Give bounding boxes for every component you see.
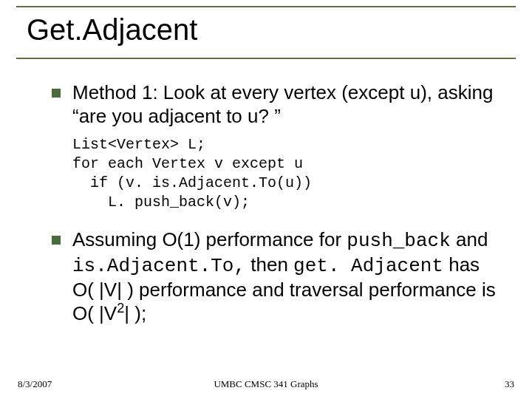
b2-code2: is.Adjacent.To,	[72, 255, 245, 277]
footer-center: UMBC CMSC 341 Graphs	[0, 378, 532, 390]
code-line-1: List<Vertex> L;	[72, 136, 205, 153]
code-line-2: for each Vertex v except u	[72, 155, 303, 172]
b2-mid1: and	[451, 228, 488, 250]
bullet-1: Method 1: Look at every vertex (except u…	[52, 81, 502, 128]
bullet-square-icon	[52, 89, 61, 98]
slide-title: Get.Adjacent	[27, 13, 197, 47]
bullet-1-text: Method 1: Look at every vertex (except u…	[72, 81, 502, 128]
code-line-4: L. push_back(v);	[72, 194, 250, 211]
bullet-square-icon	[52, 236, 61, 245]
slide: Get.Adjacent Method 1: Look at every ver…	[0, 0, 532, 399]
b2-after: | );	[124, 302, 146, 324]
b2-code1: push_back	[347, 230, 450, 252]
bullet-2: Assuming O(1) performance for push_back …	[52, 228, 502, 325]
slide-body: Method 1: Look at every vertex (except u…	[52, 81, 502, 332]
b2-part1: Assuming O(1) performance for	[72, 228, 347, 250]
code-line-3: if (v. is.Adjacent.To(u))	[72, 174, 312, 191]
title-underline	[16, 58, 516, 59]
b2-code3: get. Adjacent	[293, 255, 443, 277]
code-block: List<Vertex> L; for each Vertex v except…	[72, 135, 502, 212]
top-rule	[16, 6, 516, 7]
footer-page-number: 33	[505, 378, 514, 390]
bullet-2-text: Assuming O(1) performance for push_back …	[72, 228, 502, 325]
b2-superscript: 2	[117, 301, 124, 316]
b2-mid2: then	[245, 253, 293, 276]
